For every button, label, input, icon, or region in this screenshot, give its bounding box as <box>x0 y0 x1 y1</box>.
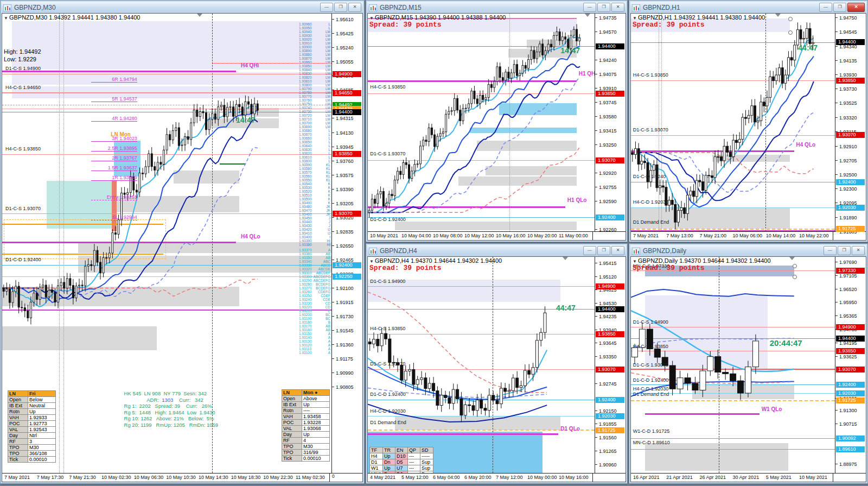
tpo-ladder-row: 1.93740LM <box>299 106 330 110</box>
r-level-line <box>91 200 137 200</box>
vertical-separator-line <box>719 257 719 473</box>
price-scale[interactable]: 1.956101.954251.952401.950551.948701.946… <box>331 14 362 473</box>
price-scale-label: 1.94135 <box>835 58 866 64</box>
restore-button[interactable]: ❐ <box>597 246 610 255</box>
chart-shift-marker[interactable] <box>563 257 568 260</box>
close-button[interactable]: ✕ <box>611 246 624 255</box>
close-button[interactable]: ✕ <box>847 3 865 12</box>
minimize-button[interactable]: — <box>583 3 596 12</box>
time-axis[interactable]: 7 May 20217 May 17:307 May 21:3010 May 0… <box>2 474 329 482</box>
level-label: D1-C-S 1.93070 <box>370 361 405 367</box>
price-scale-label: 1.91265 <box>595 449 626 454</box>
selection-handle[interactable] <box>788 17 793 21</box>
minimize-button[interactable]: — <box>824 246 837 255</box>
symbol-dropdown-icon[interactable]: ▼ <box>4 16 8 21</box>
symbol-dropdown-icon[interactable]: ▼ <box>633 259 637 264</box>
chart-plot-area[interactable]: ▼GBPNZD,M30 1.94392 1.94441 1.94380 1.94… <box>2 14 331 473</box>
price-scale[interactable]: 1.947351.945701.942401.940751.939101.937… <box>595 14 626 231</box>
close-button[interactable]: ✕ <box>348 3 361 12</box>
tpo-ladder-row: 1.93640L <box>299 144 330 148</box>
restore-button[interactable]: ❐ <box>334 3 347 12</box>
window-title: GBPNZD,Daily <box>643 247 821 255</box>
tpo-ladder-row: 1.93810LM <box>299 79 330 83</box>
tpo-ladder-row: 1.93410IJ <box>299 231 330 235</box>
price-scale[interactable]: 1.954151.951201.948251.945301.942351.939… <box>595 257 626 473</box>
price-zone <box>12 72 331 85</box>
chart-window-daily: GBPNZD,Daily —❐✕ ▼GBPNZD,Daily 1.94370 1… <box>629 243 868 484</box>
chart-shift-marker[interactable] <box>775 14 781 17</box>
horizontal-level-line <box>220 163 246 165</box>
price-scale-label: 1.91175 <box>332 356 362 362</box>
tpo-ladder-row: 1.93350AB <box>299 256 330 260</box>
price-scale[interactable]: 1.947501.945451.943401.941351.939301.937… <box>835 14 866 231</box>
tpo-ladder-row: 1.93550KL <box>299 178 330 182</box>
spread-comment: Spread: 39 points <box>633 264 705 272</box>
window-titlebar[interactable]: GBPNZD,M30 —❐✕ <box>2 2 363 13</box>
tpo-ladder-row: 1.93950L <box>299 26 330 30</box>
minimize-button[interactable]: — <box>819 3 832 12</box>
window-titlebar[interactable]: GBPNZD,H4 —❐✕ <box>367 245 626 256</box>
chart-plot-area[interactable]: ▼GBPNZD,H1 1.94392 1.94441 1.94380 1.944… <box>631 14 835 231</box>
symbol-dropdown-icon[interactable]: ▼ <box>633 16 637 21</box>
time-axis[interactable]: 4 May 20215 May 12:006 May 04:006 May 20… <box>368 474 592 482</box>
chart-plot-area[interactable]: ▼GBPNZD,H4 1.94370 1.94644 1.94302 1.944… <box>368 257 595 473</box>
price-badge-orange: 1.91725 <box>836 397 865 403</box>
horizontal-level-line <box>645 413 760 415</box>
tpo-ladder-row: 1.93700LM <box>299 121 330 125</box>
horizontal-level-line <box>631 229 835 230</box>
time-axis[interactable]: 7 May 20217 May 13:007 May 21:0010 May 0… <box>631 232 833 240</box>
price-zone <box>12 21 331 70</box>
time-axis[interactable]: 16 Apr 202121 Apr 202126 Apr 202130 Apr … <box>631 474 833 482</box>
price-scale-label: 1.92835 <box>332 229 362 235</box>
symbol-dropdown-icon[interactable]: ▼ <box>369 259 374 264</box>
price-scale-label: 1.91300 <box>835 408 866 413</box>
time-axis[interactable]: 10 May 202110 May 04:0010 May 08:0010 Ma… <box>368 232 592 240</box>
price-scale-label: 1.97690 <box>835 260 866 265</box>
restore-button[interactable]: ❐ <box>597 3 610 12</box>
tpo-ladder-row: 1.93240CDE <box>299 298 330 301</box>
close-button[interactable]: ✕ <box>852 246 865 255</box>
price-scale[interactable]: 1.976901.971051.965201.959501.953651.947… <box>835 257 866 473</box>
price-badge-cyan: 1.92400 <box>333 262 361 268</box>
window-titlebar[interactable]: GBPNZD,M15 —❐✕ <box>367 2 626 13</box>
price-badge-red: 1.93850 <box>836 348 865 354</box>
price-zone <box>395 222 576 230</box>
restore-button[interactable]: ❐ <box>838 246 851 255</box>
tpo-ladder-row: 1.93920LM <box>299 37 330 41</box>
minimize-button[interactable]: — <box>320 3 333 12</box>
tpo-ladder-row: 1.93450J <box>299 216 330 220</box>
price-badge-black: 1.94400 <box>836 39 865 45</box>
price-zone <box>395 416 560 430</box>
close-button[interactable]: ✕ <box>611 3 624 12</box>
restore-button[interactable]: ❐ <box>833 3 846 12</box>
timeframe-trend-table: TFTRENQPSDH4UpD10--------D1DnD5---SupW1U… <box>369 447 433 473</box>
chart-shift-marker[interactable] <box>789 257 795 260</box>
r-level-line <box>91 82 137 83</box>
tpo-ladder-row: 1.93230CD <box>299 301 330 305</box>
window-titlebar[interactable]: GBPNZD,H1 —❐✕ <box>630 2 866 13</box>
chart-shift-marker[interactable] <box>585 14 590 17</box>
window-titlebar[interactable]: GBPNZD,Daily —❐✕ <box>630 245 866 256</box>
selection-handle[interactable] <box>793 264 797 268</box>
selection-handle[interactable] <box>788 30 793 35</box>
tpo-ladder-row: 1.93310ABCDEF <box>299 271 330 275</box>
chart-plot-area[interactable]: ▼GBPNZD,M15 1.94390 1.94400 1.94388 1.94… <box>368 14 595 231</box>
level-label: D1-C-S 1.94900 <box>633 319 668 325</box>
selection-handle[interactable] <box>793 275 797 279</box>
chart-window-icon <box>3 4 11 11</box>
r-level-line <box>91 102 137 102</box>
symbol-dropdown-icon[interactable]: ▼ <box>369 16 374 21</box>
tpo-ladder-row: 1.93140A <box>299 336 330 339</box>
level-label: H4-C-S 1.93850 <box>633 344 668 349</box>
tpo-ladder-row: 1.93130A <box>299 339 330 343</box>
chart-shift-marker[interactable] <box>197 14 202 17</box>
chart-window-h1: GBPNZD,H1 —❐✕ ▼GBPNZD,H1 1.94392 1.94441… <box>629 0 868 242</box>
chart-plot-area[interactable]: ▼GBPNZD,Daily 1.94370 1.94644 1.94302 1.… <box>631 257 835 473</box>
level-label: H1 QLo <box>567 197 587 203</box>
horizontal-level-line <box>368 160 595 161</box>
level-label: H4-C-S 1.94650 <box>5 85 41 90</box>
tpo-ladder-row: 1.93820LM <box>299 75 330 79</box>
price-scale-label: 1.94235 <box>595 314 626 319</box>
minimize-button[interactable]: — <box>583 246 596 255</box>
r-level-label: 4R 1.94280 <box>112 116 137 121</box>
